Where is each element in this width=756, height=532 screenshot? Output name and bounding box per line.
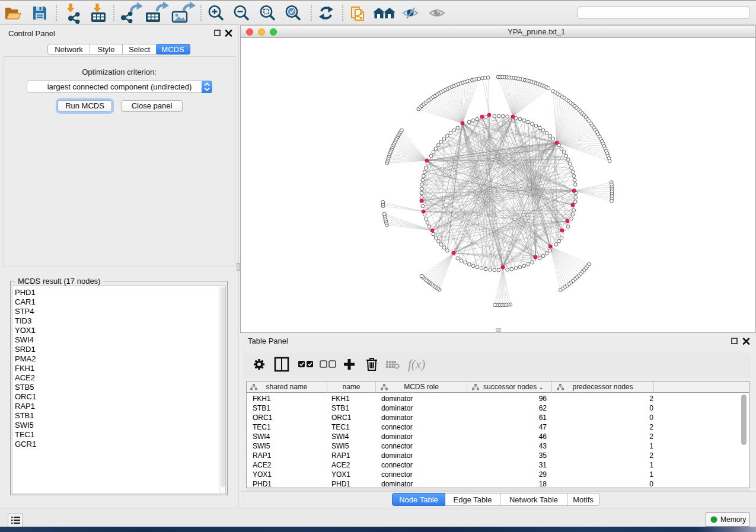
svg-text:Memory: Memory (720, 515, 746, 524)
svg-text:f(x): f(x) (408, 357, 425, 371)
